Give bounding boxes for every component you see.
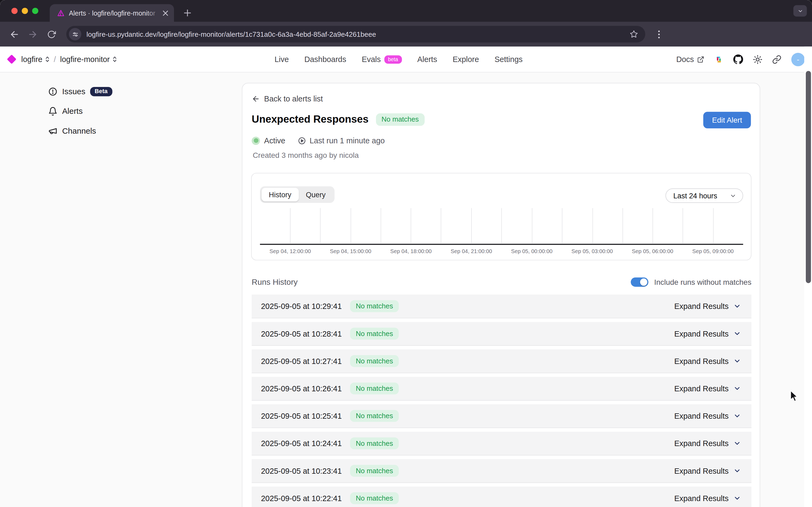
maximize-window-button[interactable]	[32, 8, 38, 14]
chevron-down-icon	[733, 494, 741, 502]
chart-gridline-cell	[562, 208, 622, 244]
run-row[interactable]: 2025-09-05 at 10:25:41 No matches Expand…	[252, 404, 751, 428]
chart-gridline-cell	[501, 208, 562, 244]
run-row[interactable]: 2025-09-05 at 10:29:41 No matches Expand…	[252, 294, 751, 318]
tab-close-icon[interactable]	[161, 8, 170, 18]
docs-link[interactable]: Docs	[676, 55, 704, 64]
gridline	[653, 208, 653, 244]
slack-icon[interactable]	[714, 54, 724, 64]
expand-results-label: Expand Results	[674, 302, 729, 311]
x-axis-tick-label: Sep 04, 21:00:00	[441, 248, 502, 254]
bookmark-star-icon[interactable]	[628, 28, 640, 40]
x-axis-tick-label: Sep 04, 15:00:00	[320, 248, 381, 254]
user-avatar[interactable]: -	[791, 53, 805, 66]
expand-results-button[interactable]: Expand Results	[674, 384, 741, 393]
back-to-alerts-link[interactable]: Back to alerts list	[252, 94, 323, 103]
browser-menu-icon[interactable]	[652, 28, 665, 40]
chevron-down-icon	[729, 192, 736, 199]
run-row[interactable]: 2025-09-05 at 10:27:41 No matches Expand…	[252, 349, 751, 373]
github-icon[interactable]	[733, 54, 743, 64]
expand-results-button[interactable]: Expand Results	[674, 302, 741, 311]
share-link-icon[interactable]	[772, 54, 782, 64]
site-controls-icon[interactable]	[69, 28, 82, 40]
bell-icon	[48, 107, 57, 116]
run-timestamp: 2025-09-05 at 10:27:41	[261, 357, 342, 365]
run-timestamp: 2025-09-05 at 10:23:41	[261, 466, 342, 475]
org-selector[interactable]: logfire	[21, 55, 50, 64]
gridline	[290, 208, 290, 244]
x-axis-tick-label: Sep 05, 03:00:00	[562, 248, 622, 254]
run-match-badge: No matches	[350, 383, 399, 395]
project-selector[interactable]: logfire-monitor	[60, 55, 117, 64]
include-runs-toggle[interactable]	[631, 278, 648, 287]
toggle-knob	[640, 279, 647, 286]
forward-icon[interactable]	[25, 26, 41, 42]
page-scrollbar-track	[804, 47, 812, 507]
expand-results-button[interactable]: Expand Results	[674, 411, 741, 420]
app-header: logfire / logfire-monitor Live Dashboard…	[0, 47, 812, 72]
run-row[interactable]: 2025-09-05 at 10:24:41 No matches Expand…	[252, 432, 751, 455]
reload-icon[interactable]	[44, 26, 59, 42]
new-tab-button[interactable]	[180, 6, 195, 20]
nav-live[interactable]: Live	[274, 55, 289, 64]
x-axis-tick-label: Sep 05, 09:00:00	[683, 248, 743, 254]
back-icon[interactable]	[6, 26, 22, 42]
run-row[interactable]: 2025-09-05 at 10:23:41 No matches Expand…	[252, 459, 751, 483]
time-range-select[interactable]: Last 24 hours	[666, 188, 743, 203]
chevron-down-icon	[733, 302, 741, 310]
browser-toolbar: logfire-us.pydantic.dev/logfire/logfire-…	[0, 22, 812, 47]
run-timestamp: 2025-09-05 at 10:26:41	[261, 384, 342, 393]
browser-tab[interactable]: Alerts · logfire/logfire-monitor	[50, 4, 174, 22]
run-match-badge: No matches	[350, 300, 399, 312]
time-range-value: Last 24 hours	[673, 192, 717, 200]
expand-results-label: Expand Results	[674, 411, 729, 420]
run-row[interactable]: 2025-09-05 at 10:22:41 No matches Expand…	[252, 487, 751, 507]
runs-history-heading: Runs History	[252, 278, 297, 287]
nav-explore[interactable]: Explore	[453, 55, 479, 64]
chart-gridlines	[260, 208, 743, 244]
sidebar-item-issues[interactable]: Issues Beta	[48, 86, 112, 98]
expand-results-button[interactable]: Expand Results	[674, 329, 741, 338]
logfire-favicon-icon	[57, 9, 65, 17]
url-text[interactable]: logfire-us.pydantic.dev/logfire/logfire-…	[87, 30, 628, 38]
nav-evals[interactable]: Evalsbeta	[362, 55, 402, 64]
chevron-down-icon	[733, 385, 741, 392]
theme-sun-icon[interactable]	[753, 54, 762, 64]
edit-alert-button[interactable]: Edit Alert	[703, 112, 751, 128]
expand-results-button[interactable]: Expand Results	[674, 439, 741, 448]
sidebar-item-label: Channels	[62, 126, 96, 136]
gridline	[411, 208, 412, 244]
run-timestamp: 2025-09-05 at 10:24:41	[261, 439, 342, 448]
run-row[interactable]: 2025-09-05 at 10:26:41 No matches Expand…	[252, 377, 751, 401]
minimize-window-button[interactable]	[22, 8, 28, 14]
run-row[interactable]: 2025-09-05 at 10:28:41 No matches Expand…	[252, 322, 751, 346]
back-arrow-icon	[252, 95, 260, 103]
no-matches-badge: No matches	[376, 113, 424, 125]
alert-detail-panel: Back to alerts list Unexpected Responses…	[242, 83, 760, 507]
chevron-down-icon	[733, 412, 741, 420]
sidebar-item-channels[interactable]: Channels	[48, 125, 112, 137]
mouse-cursor	[789, 391, 800, 404]
last-run-label: Last run 1 minute ago	[310, 136, 385, 145]
tab-search-button[interactable]	[794, 5, 807, 16]
run-match-badge: No matches	[350, 328, 399, 340]
nav-alerts[interactable]: Alerts	[417, 55, 437, 64]
url-bar[interactable]: logfire-us.pydantic.dev/logfire/logfire-…	[66, 26, 645, 42]
active-status-dot	[252, 136, 260, 145]
gridline	[471, 208, 472, 244]
close-window-button[interactable]	[11, 8, 17, 14]
nav-settings[interactable]: Settings	[495, 55, 523, 64]
page-scrollbar-thumb[interactable]	[806, 71, 811, 283]
tab-query[interactable]: Query	[299, 188, 333, 201]
sidebar-item-alerts[interactable]: Alerts	[48, 105, 112, 118]
breadcrumb: logfire / logfire-monitor	[8, 55, 117, 64]
expand-results-button[interactable]: Expand Results	[674, 494, 741, 503]
x-axis-tick-label: Sep 04, 12:00:00	[260, 248, 320, 254]
history-query-tabs: History Query	[260, 186, 334, 203]
created-by-label: Created 3 months ago by nicola	[253, 151, 359, 159]
expand-results-button[interactable]: Expand Results	[674, 357, 741, 365]
nav-dashboards[interactable]: Dashboards	[304, 55, 346, 64]
include-runs-toggle-label: Include runs without matches	[654, 278, 751, 286]
tab-history[interactable]: History	[262, 188, 299, 201]
expand-results-button[interactable]: Expand Results	[674, 466, 741, 475]
